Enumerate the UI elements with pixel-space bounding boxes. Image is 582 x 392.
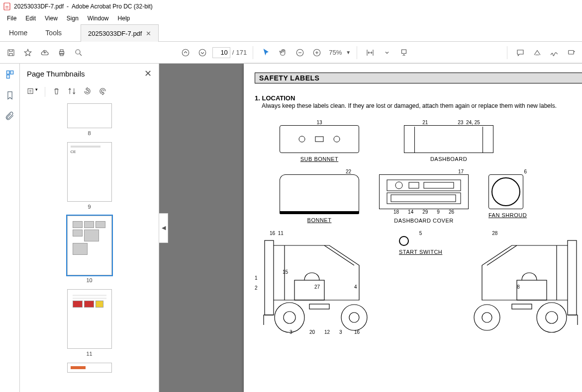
fig-forklift-right: 28 8 (457, 231, 582, 335)
title-app: Adobe Acrobat Pro DC (32-bit) (72, 3, 153, 10)
thumb-rotate-cw-icon[interactable] (98, 87, 107, 97)
stamp-icon[interactable] (564, 46, 578, 60)
bookmark-rail-icon[interactable] (5, 90, 15, 102)
close-thumbnails-icon[interactable]: ✕ (144, 68, 152, 79)
print-icon[interactable] (55, 46, 69, 60)
svg-rect-1 (8, 50, 14, 56)
thumb-reorder-icon[interactable] (68, 87, 76, 97)
left-rail (0, 64, 20, 392)
fig-forklift-left: 16 11 1 15 2 27 4 3 20 12 3 16 (255, 231, 384, 335)
svg-rect-3 (60, 50, 63, 52)
thumbnails-toolbar: ▾ (20, 83, 159, 100)
svg-point-27 (275, 303, 304, 332)
thumbnail-page-9[interactable]: CE9 (67, 142, 112, 210)
thumbnail-page-10[interactable]: 10 (67, 216, 112, 283)
menubar: File Edit View Sign Window Help (0, 13, 582, 24)
fig-dashboard: 2123 24, 25 DASHBOARD (404, 120, 493, 162)
svg-rect-32 (568, 240, 577, 315)
svg-rect-13 (10, 71, 13, 75)
svg-point-35 (546, 312, 558, 323)
svg-point-34 (537, 303, 567, 332)
zoom-in-icon[interactable] (310, 46, 324, 60)
thumbnails-title: Page Thumbnails (27, 70, 85, 78)
tab-tools[interactable]: Tools (36, 24, 71, 41)
menu-sign[interactable]: Sign (63, 14, 83, 23)
highlight-icon[interactable] (530, 46, 544, 60)
thumbnails-list[interactable]: 8 CE9 10 11 (20, 100, 159, 392)
chevron-down-icon[interactable]: ▼ (346, 50, 351, 55)
svg-rect-11 (569, 50, 574, 54)
svg-rect-15 (28, 88, 33, 93)
svg-rect-4 (60, 53, 63, 56)
zoom-value[interactable]: 75% ▼ (327, 49, 351, 56)
thumbnails-rail-icon[interactable] (5, 70, 15, 81)
svg-rect-12 (6, 71, 9, 75)
window-titlebar: 20253033DF-7.pdf - Adobe Acrobat Pro DC … (0, 0, 582, 13)
document-page: SAFETY LABELS 1. LOCATION Always keep th… (244, 64, 582, 392)
menu-help[interactable]: Help (114, 14, 134, 23)
svg-rect-24 (391, 195, 456, 202)
fit-width-icon[interactable] (363, 46, 377, 60)
svg-point-16 (299, 136, 305, 142)
fig-start-switch: 5 START SWITCH (399, 231, 442, 255)
section-header: SAFETY LABELS (255, 73, 582, 83)
close-tab-icon[interactable]: ✕ (146, 30, 151, 37)
save-icon[interactable] (4, 46, 18, 60)
fig-bonnet: 22 BONNET (280, 169, 359, 224)
page-current-input[interactable] (212, 47, 230, 58)
svg-point-17 (334, 136, 340, 142)
svg-rect-20 (387, 193, 461, 204)
svg-point-6 (182, 49, 189, 56)
tab-file[interactable]: 20253033DF-7.pdf ✕ (81, 24, 159, 42)
page-total: 171 (236, 49, 247, 56)
svg-rect-14 (6, 75, 9, 78)
menu-view[interactable]: View (41, 14, 62, 23)
fit-width-dd-icon[interactable] (380, 46, 394, 60)
page-indicator: / 171 (212, 47, 247, 58)
svg-rect-10 (402, 50, 406, 54)
menu-edit[interactable]: Edit (21, 14, 40, 23)
sign-icon[interactable] (547, 46, 561, 60)
menu-file[interactable]: File (3, 14, 20, 23)
title-filename: 20253033DF-7.pdf (14, 3, 64, 10)
page-down-icon[interactable] (195, 46, 209, 60)
thumbnail-page-8[interactable]: 8 (67, 103, 112, 136)
comment-icon[interactable] (513, 46, 527, 60)
arrow-cursor-icon[interactable] (259, 46, 273, 60)
tabbar: Home Tools 20253033DF-7.pdf ✕ (0, 24, 582, 42)
fit-page-icon[interactable] (397, 46, 411, 60)
svg-rect-38 (512, 304, 532, 309)
svg-rect-33 (517, 280, 547, 300)
pdf-icon (3, 2, 11, 10)
thumbnail-page-12[interactable] (67, 363, 112, 373)
location-text: Always keep these labels clean. If they … (255, 102, 582, 110)
zoom-out-icon[interactable] (293, 46, 307, 60)
fig-fan-shroud: 6 FAN SHROUD (488, 169, 527, 224)
svg-point-37 (482, 313, 492, 322)
svg-rect-26 (294, 280, 324, 300)
search-icon[interactable] (72, 46, 86, 60)
svg-point-30 (349, 313, 359, 322)
cloud-upload-icon[interactable] (38, 46, 52, 60)
svg-point-7 (199, 49, 206, 56)
hand-icon[interactable] (276, 46, 290, 60)
diagram-area: 13 SUB BONNET 2123 24, 25 DASHBOARD 22 (255, 120, 582, 335)
star-icon[interactable] (21, 46, 35, 60)
document-viewport[interactable]: ◀ SAFETY LABELS 1. LOCATION Always keep … (159, 64, 582, 392)
location-title: 1. LOCATION (255, 94, 582, 102)
thumb-options-icon[interactable]: ▾ (27, 87, 38, 97)
thumbnails-panel: Page Thumbnails ✕ ▾ 8 CE9 10 11 (20, 64, 159, 392)
collapse-handle[interactable]: ◀ (159, 213, 168, 243)
fig-dashboard-cover: 17 181429926 DASHBOARD COVER (379, 169, 469, 224)
svg-point-36 (474, 305, 500, 330)
fig-sub-bonnet: 13 SUB BONNET (280, 120, 359, 162)
svg-rect-31 (309, 304, 329, 309)
page-up-icon[interactable] (179, 46, 193, 60)
attachment-rail-icon[interactable] (5, 111, 15, 123)
main-area: Page Thumbnails ✕ ▾ 8 CE9 10 11 ◀ SAFETY… (0, 64, 582, 392)
thumbnail-page-11[interactable]: 11 (67, 289, 112, 357)
thumb-rotate-ccw-icon[interactable] (83, 87, 92, 97)
menu-window[interactable]: Window (84, 14, 113, 23)
tab-home[interactable]: Home (0, 24, 36, 41)
thumb-delete-icon[interactable] (52, 87, 61, 97)
